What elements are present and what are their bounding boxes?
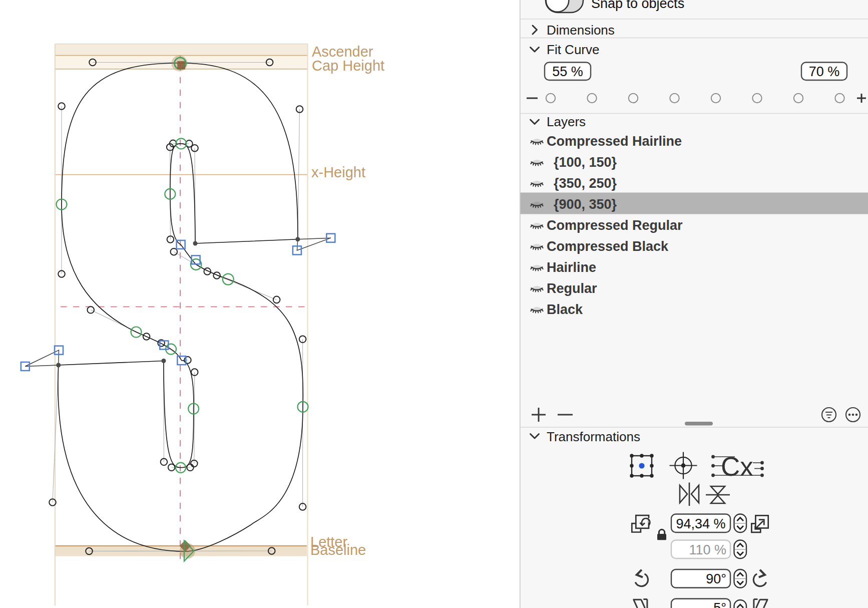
svg-text:70 %: 70 % bbox=[809, 64, 840, 79]
svg-text:Snap to objects: Snap to objects bbox=[591, 0, 684, 11]
svg-text:Cap Height: Cap Height bbox=[312, 58, 384, 74]
svg-text:Compressed Regular: Compressed Regular bbox=[547, 218, 683, 233]
svg-text:Baseline: Baseline bbox=[310, 542, 366, 558]
svg-text:{100, 150}: {100, 150} bbox=[554, 155, 617, 170]
svg-text:Cx: Cx bbox=[721, 452, 753, 481]
svg-text:Compressed Hairline: Compressed Hairline bbox=[547, 134, 682, 149]
svg-text:Hairline: Hairline bbox=[547, 260, 596, 275]
svg-text:{350, 250}: {350, 250} bbox=[554, 176, 617, 191]
svg-text:Black: Black bbox=[547, 302, 583, 317]
svg-text:Fit Curve: Fit Curve bbox=[547, 42, 599, 57]
svg-text:90°: 90° bbox=[706, 571, 726, 586]
svg-text:Dimensions: Dimensions bbox=[547, 23, 615, 38]
svg-text:{900, 350}: {900, 350} bbox=[554, 197, 617, 212]
svg-text:Regular: Regular bbox=[547, 281, 597, 296]
svg-text:x-Height: x-Height bbox=[311, 164, 365, 180]
svg-text:55 %: 55 % bbox=[552, 64, 583, 79]
svg-text:5°: 5° bbox=[713, 600, 726, 608]
svg-text:Transformations: Transformations bbox=[547, 429, 640, 444]
svg-text:Ascender: Ascender bbox=[312, 44, 373, 60]
svg-text:110 %: 110 % bbox=[689, 542, 726, 557]
svg-text:94,34 %: 94,34 % bbox=[676, 516, 725, 531]
svg-text:Layers: Layers bbox=[547, 114, 586, 129]
svg-text:Compressed Black: Compressed Black bbox=[547, 239, 669, 254]
